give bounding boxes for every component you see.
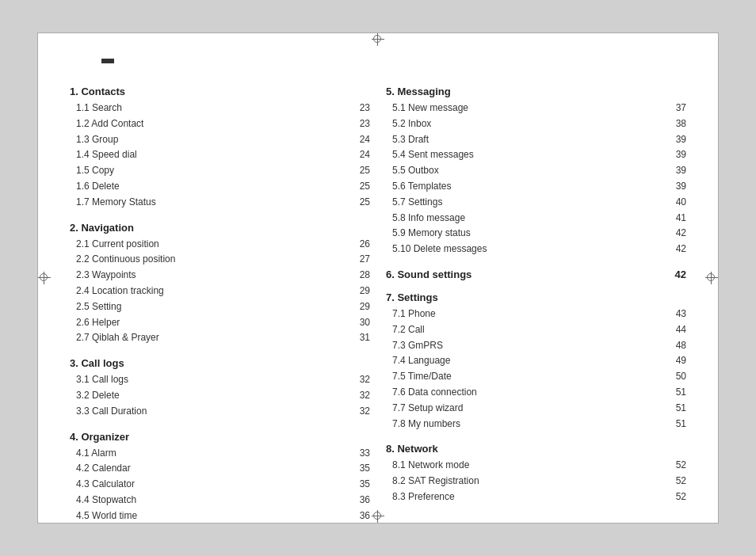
toc-page: 39 [667, 132, 686, 148]
toc-page: 35 [351, 461, 370, 477]
toc-label: 3.1 Call logs [76, 372, 351, 388]
toc-label: 5.6 Templates [392, 179, 667, 195]
toc-page: 42 [675, 268, 686, 280]
toc-label: 7.5 Time/Date [392, 369, 667, 385]
toc-page: 24 [351, 147, 370, 163]
toc-label: 5.2 Inbox [392, 116, 667, 132]
toc-label: 7.4 Language [392, 353, 667, 369]
toc-row: 7.8 My numbers51 [386, 417, 686, 432]
section-title: 1. Contacts [70, 86, 370, 97]
toc-label: 5.10 Delete messages [392, 242, 667, 257]
left-column: 1. Contacts1.1 Search231.2 Add Contact23… [70, 74, 370, 524]
toc-label: 3.3 Call Duration [76, 404, 351, 420]
toc-page: 40 [667, 195, 686, 211]
toc-page: 37 [667, 101, 686, 116]
toc-page: 42 [667, 242, 686, 257]
toc-page: 52 [667, 458, 686, 474]
toc-row: 2.7 Qiblah & Prayer31 [70, 330, 370, 346]
toc-row: 4.3 Calculator35 [70, 477, 370, 493]
toc-page: 39 [667, 163, 686, 179]
toc-row: 5.4 Sent messages39 [386, 147, 686, 163]
toc-row: 4.4 Stopwatch36 [70, 493, 370, 508]
toc-page: 25 [351, 163, 370, 179]
toc-label: 5.9 Memory status [392, 226, 667, 242]
toc-row: 5.5 Outbox39 [386, 163, 686, 179]
toc-row: 1.3 Group24 [70, 132, 370, 148]
toc-label: 2.4 Location tracking [76, 284, 351, 299]
toc-page: 52 [667, 474, 686, 489]
toc-page: 41 [667, 211, 686, 227]
toc-label: 1.6 Delete [76, 179, 351, 195]
toc-row: 7.7 Setup wizard51 [386, 401, 686, 417]
toc-page: 30 [351, 315, 370, 331]
toc-label: 8.2 SAT Registration [392, 474, 667, 489]
right-column: 5. Messaging5.1 New message375.2 Inbox38… [386, 74, 686, 524]
toc-label: 8.1 Network mode [392, 458, 667, 474]
toc-page: 36 [351, 508, 370, 524]
toc-row: 1.5 Copy25 [70, 163, 370, 179]
toc-label: 1.4 Speed dial [76, 147, 351, 163]
toc-label: 1.3 Group [76, 132, 351, 148]
toc-label: 5.1 New message [392, 101, 667, 116]
toc-row: 8.2 SAT Registration52 [386, 474, 686, 489]
section-title: 8. Network [386, 443, 686, 455]
toc-label: 7.8 My numbers [392, 417, 667, 432]
section-title: 3. Call logs [70, 357, 370, 369]
toc-row: 1.4 Speed dial24 [70, 147, 370, 163]
toc-row: 5.7 Settings40 [386, 195, 686, 211]
toc-page: 29 [351, 284, 370, 299]
toc-row: 5.2 Inbox38 [386, 116, 686, 132]
toc-row: 5.8 Info message41 [386, 211, 686, 227]
toc-page: 48 [667, 338, 686, 354]
toc-row: 8.3 Preference52 [386, 489, 686, 505]
toc-label: 2.1 Current position [76, 237, 351, 253]
toc-row: 4.5 World time36 [70, 508, 370, 524]
toc-label: 5.5 Outbox [392, 163, 667, 179]
toc-page: 32 [351, 372, 370, 388]
toc-label: 8.3 Preference [392, 489, 667, 505]
toc-label: 5.7 Settings [392, 195, 667, 211]
toc-page: 49 [667, 353, 686, 369]
toc-page: 27 [351, 252, 370, 268]
toc-page: 25 [351, 195, 370, 211]
toc-label: 5.4 Sent messages [392, 147, 667, 163]
toc-page: 32 [351, 388, 370, 404]
section-title: 5. Messaging [386, 86, 686, 97]
toc-row: 3.1 Call logs32 [70, 372, 370, 388]
toc-label: 4.4 Stopwatch [76, 493, 351, 508]
toc-page: 32 [351, 404, 370, 420]
toc-row: 5.6 Templates39 [386, 179, 686, 195]
toc-row: 4.1 Alarm33 [70, 446, 370, 462]
toc-label: 2.6 Helper [76, 315, 351, 331]
toc-label: 4.3 Calculator [76, 477, 351, 493]
toc-row: 3.3 Call Duration32 [70, 404, 370, 420]
toc-page: 24 [351, 132, 370, 148]
toc-page: 43 [667, 307, 686, 322]
toc-page: 36 [351, 493, 370, 508]
toc-label: 1.7 Memory Status [76, 195, 351, 211]
toc-page: 51 [667, 401, 686, 417]
toc-label: 2.2 Continuous position [76, 252, 351, 268]
toc-label: 2.7 Qiblah & Prayer [76, 330, 351, 346]
toc-row: 7.5 Time/Date50 [386, 369, 686, 385]
toc-page: 51 [667, 385, 686, 401]
toc-label: 2.3 Waypoints [76, 268, 351, 284]
toc-row: 2.6 Helper30 [70, 315, 370, 331]
toc-label: 7.3 GmPRS [392, 338, 667, 354]
toc-page: 38 [667, 116, 686, 132]
toc-page: 51 [667, 417, 686, 432]
toc-row: 7.3 GmPRS48 [386, 338, 686, 354]
toc-label: 1.5 Copy [76, 163, 351, 179]
toc-row: 5.10 Delete messages42 [386, 242, 686, 257]
toc-row: 1.6 Delete25 [70, 179, 370, 195]
toc-row: 1.7 Memory Status25 [70, 195, 370, 211]
toc-row: 3.2 Delete32 [70, 388, 370, 404]
toc-label: 7.6 Data connection [392, 385, 667, 401]
toc-label: 1.2 Add Contact [76, 116, 351, 132]
toc-page: 26 [351, 237, 370, 253]
toc-row: 5.1 New message37 [386, 101, 686, 116]
toc-page: 29 [351, 299, 370, 315]
toc-label: 4.5 World time [76, 508, 351, 524]
toc-page: 39 [667, 179, 686, 195]
section-title: 6. Sound settings42 [386, 268, 686, 280]
